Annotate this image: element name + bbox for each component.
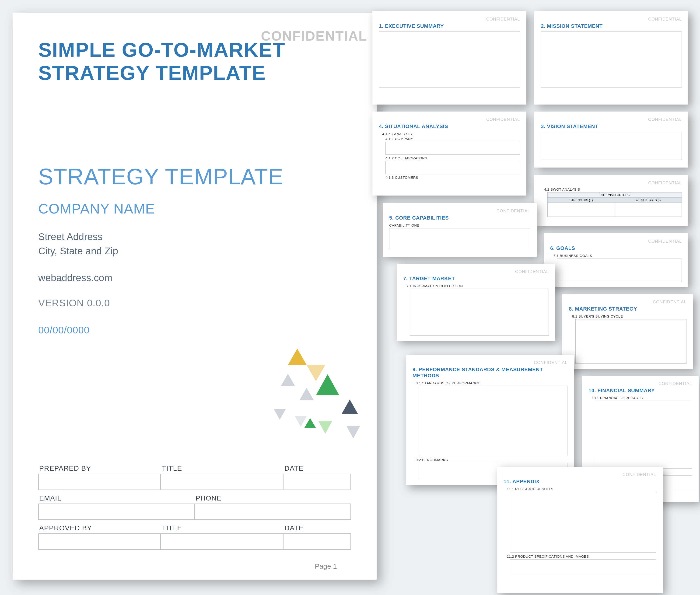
sub-benchmarks: 9.2 BENCHMARKS <box>416 458 567 462</box>
content-box[interactable] <box>541 132 682 160</box>
thumb-vision-statement: CONFIDENTIAL 3. VISION STATEMENT <box>534 112 688 168</box>
page-number: Page 1 <box>315 562 337 570</box>
version-label: VERSION 0.0.0 <box>38 298 351 309</box>
thumb-mission-statement: CONFIDENTIAL 2. MISSION STATEMENT <box>534 11 688 105</box>
confidential-label: CONFIDENTIAL <box>541 117 682 122</box>
sub-buying-cycle: 8.1 BUYER'S BUYING CYCLE <box>572 314 687 318</box>
svg-marker-3 <box>281 374 295 386</box>
sub-business-goals: 6.1 BUSINESS GOALS <box>554 254 682 258</box>
section-title: 3. VISION STATEMENT <box>541 123 682 130</box>
doc-subtitle: STRATEGY TEMPLATE <box>38 164 351 190</box>
thumb-performance-standards: CONFIDENTIAL 9. PERFORMANCE STANDARDS & … <box>406 355 574 485</box>
label-approved-by: APPROVED BY <box>38 522 161 533</box>
content-box[interactable] <box>386 142 520 155</box>
sub-info-collection: 7.1 INFORMATION COLLECTION <box>407 284 549 288</box>
content-box[interactable] <box>410 289 549 336</box>
doc-title: SIMPLE GO-TO-MARKET STRATEGY TEMPLATE <box>38 38 351 84</box>
thumb-executive-summary: CONFIDENTIAL 1. EXECUTIVE SUMMARY <box>372 11 526 105</box>
input-phone[interactable] <box>195 504 351 520</box>
sub-customers: 4.1.3 CUSTOMERS <box>386 175 520 179</box>
sub-company: 4.1.1 COMPANY <box>386 137 520 141</box>
signoff-block: PREPARED BY TITLE DATE EMAIL PHONE <box>38 462 351 551</box>
confidential-label: CONFIDENTIAL <box>389 208 530 214</box>
content-box[interactable] <box>386 161 520 174</box>
input-date-2[interactable] <box>283 533 351 550</box>
input-approved-by[interactable] <box>38 533 161 550</box>
label-title-2: TITLE <box>161 522 283 533</box>
content-box[interactable] <box>389 228 530 249</box>
svg-marker-7 <box>304 418 316 428</box>
thumb-swot: CONFIDENTIAL 4.2 SWOT ANALYSIS INTERNAL … <box>534 175 688 226</box>
svg-marker-2 <box>316 374 339 395</box>
sub-swot: 4.2 SWOT ANALYSIS <box>544 187 682 191</box>
thumb-marketing-strategy: CONFIDENTIAL 8. MARKETING STRATEGY 8.1 B… <box>562 294 693 369</box>
thumb-situational-analysis: CONFIDENTIAL 4. SITUATIONAL ANALYSIS 4.1… <box>372 112 526 196</box>
swot-caption: INTERNAL FACTORS <box>548 192 682 197</box>
input-date-1[interactable] <box>283 474 351 490</box>
content-box[interactable] <box>557 258 682 282</box>
sub-research: 11.1 RESEARCH RESULTS <box>507 487 656 491</box>
content-box[interactable] <box>419 386 567 456</box>
sub-5c: 4.1 5C ANALYSIS <box>382 132 520 136</box>
content-box[interactable] <box>379 31 520 87</box>
city-state-zip: City, State and Zip <box>38 244 351 258</box>
svg-marker-5 <box>274 409 286 420</box>
section-title: 6. GOALS <box>550 245 682 251</box>
content-box[interactable] <box>541 31 682 87</box>
confidential-label: CONFIDENTIAL <box>541 180 682 186</box>
company-name: COMPANY NAME <box>38 201 351 217</box>
street-address: Street Address <box>38 230 351 244</box>
section-title: 5. CORE CAPABILITIES <box>389 215 530 221</box>
confidential-label: CONFIDENTIAL <box>588 381 692 386</box>
svg-marker-1 <box>307 365 325 381</box>
svg-marker-8 <box>342 399 358 414</box>
confidential-label: CONFIDENTIAL <box>541 17 682 22</box>
confidential-label: CONFIDENTIAL <box>550 239 682 244</box>
svg-marker-9 <box>346 426 360 438</box>
content-box[interactable] <box>595 401 692 469</box>
confidential-watermark: CONFIDENTIAL <box>261 28 367 44</box>
input-title-1[interactable] <box>161 474 283 490</box>
section-title: 10. FINANCIAL SUMMARY <box>588 388 692 394</box>
content-box[interactable] <box>510 492 656 552</box>
web-address: webaddress.com <box>38 272 351 283</box>
content-box[interactable] <box>510 559 656 573</box>
svg-marker-4 <box>300 388 314 400</box>
swot-header-strengths: STRENGTHS (+) <box>548 198 615 202</box>
section-title: 9. PERFORMANCE STANDARDS & MEASUREMENT M… <box>413 367 567 379</box>
label-prepared-by: PREPARED BY <box>38 462 161 474</box>
company-address: Street Address City, State and Zip <box>38 230 351 258</box>
label-email: EMAIL <box>38 492 195 504</box>
sub-prodspec: 11.2 PRODUCT SPECIFICATIONS AND IMAGES <box>507 555 656 558</box>
thumb-appendix: CONFIDENTIAL 11. APPENDIX 11.1 RESEARCH … <box>497 467 663 593</box>
swot-header-weaknesses: WEAKNESSES (-) <box>615 198 681 202</box>
thumb-core-capabilities: CONFIDENTIAL 5. CORE CAPABILITIES CAPABI… <box>383 203 537 257</box>
section-title: 7. TARGET MARKET <box>403 276 549 282</box>
confidential-label: CONFIDENTIAL <box>504 472 656 477</box>
confidential-label: CONFIDENTIAL <box>413 360 567 365</box>
doc-title-line2: STRATEGY TEMPLATE <box>38 61 351 84</box>
confidential-label: CONFIDENTIAL <box>379 117 520 122</box>
section-title: 1. EXECUTIVE SUMMARY <box>379 23 520 29</box>
section-title: 11. APPENDIX <box>504 479 656 485</box>
sub-collaborators: 4.1.2 COLLABORATORS <box>386 156 520 160</box>
content-box[interactable] <box>576 319 687 364</box>
label-title-1: TITLE <box>161 462 283 474</box>
section-title: 8. MARKETING STRATEGY <box>569 306 687 312</box>
label-date-1: DATE <box>283 462 351 474</box>
input-prepared-by[interactable] <box>38 474 161 490</box>
input-email[interactable] <box>38 504 195 520</box>
triangle-art-icon <box>260 316 381 456</box>
swot-header-row: STRENGTHS (+) WEAKNESSES (-) <box>548 197 682 203</box>
label-date-2: DATE <box>283 522 351 533</box>
sub-forecasts: 10.1 FINANCIAL FORECASTS <box>592 396 692 400</box>
thumb-goals: CONFIDENTIAL 6. GOALS 6.1 BUSINESS GOALS <box>544 233 688 287</box>
cover-page: CONFIDENTIAL SIMPLE GO-TO-MARKET STRATEG… <box>12 12 376 579</box>
input-title-2[interactable] <box>161 533 283 550</box>
confidential-label: CONFIDENTIAL <box>379 17 520 22</box>
sub-standards: 9.1 STANDARDS OF PERFORMANCE <box>416 381 567 385</box>
thumb-target-market: CONFIDENTIAL 7. TARGET MARKET 7.1 INFORM… <box>397 264 555 341</box>
swot-cells[interactable] <box>548 203 682 217</box>
label-phone: PHONE <box>195 492 351 504</box>
doc-date: 00/00/0000 <box>38 324 351 336</box>
